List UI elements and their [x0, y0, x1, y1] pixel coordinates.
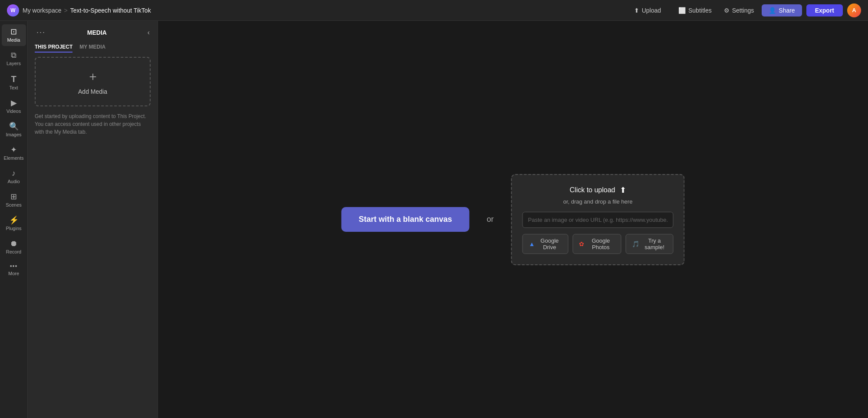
sidebar-item-audio-label: Audio — [7, 179, 20, 184]
sidebar-item-layers[interactable]: ⧉ Layers — [2, 48, 26, 69]
text-icon: T — [11, 75, 16, 83]
topbar: W My workspace > Text-to-Speech without … — [0, 0, 868, 21]
media-panel-title: MEDIA — [47, 29, 147, 36]
media-icon: ⊡ — [10, 28, 17, 36]
sidebar-item-record-label: Record — [6, 249, 21, 254]
more-icon: ••• — [10, 263, 18, 269]
share-button[interactable]: 👤 Share — [762, 4, 802, 16]
workspace-link[interactable]: My workspace — [23, 7, 61, 14]
try-sample-label: Try a sample! — [642, 237, 667, 250]
main-layout: ⊡ Media ⧉ Layers T Text ▶ Videos 🔍 Image… — [0, 21, 868, 418]
sidebar-item-record[interactable]: ⏺ Record — [2, 236, 26, 258]
tab-this-project[interactable]: THIS PROJECT — [35, 42, 72, 53]
upload-arrow-icon: ⬆ — [620, 185, 626, 195]
upload-icon: ⬆ — [634, 7, 639, 14]
media-panel: ··· MEDIA ‹ THIS PROJECT MY MEDIA ＋ Add … — [28, 21, 158, 418]
upload-label: Upload — [642, 7, 661, 14]
sidebar-item-more[interactable]: ••• More — [2, 260, 26, 280]
sidebar-item-text[interactable]: T Text — [2, 71, 26, 94]
layers-icon: ⧉ — [11, 51, 16, 59]
sidebar-item-images-label: Images — [6, 132, 21, 137]
breadcrumb: My workspace > Text-to-Speech without Ti… — [23, 7, 151, 14]
add-media-box[interactable]: ＋ Add Media — [35, 57, 151, 106]
videos-icon: ▶ — [11, 99, 17, 107]
plugins-icon: ⚡ — [9, 216, 19, 224]
google-drive-label: Google Drive — [537, 237, 562, 250]
sidebar-item-scenes-label: Scenes — [6, 202, 22, 207]
panel-more-button[interactable]: ··· — [35, 27, 47, 38]
sidebar-item-plugins[interactable]: ⚡ Plugins — [2, 213, 26, 234]
images-icon: 🔍 — [9, 122, 19, 130]
media-panel-body: ＋ Add Media Get started by uploading con… — [28, 57, 158, 418]
or-text: or — [487, 215, 494, 224]
try-sample-icon: 🎵 — [632, 240, 639, 247]
google-photos-icon: ✿ — [579, 240, 584, 247]
elements-icon: ✦ — [10, 146, 17, 154]
url-input[interactable] — [523, 212, 674, 228]
share-label: Share — [779, 7, 795, 14]
scenes-icon: ⊞ — [10, 193, 17, 201]
sidebar: ⊡ Media ⧉ Layers T Text ▶ Videos 🔍 Image… — [0, 21, 28, 418]
settings-icon: ⚙ — [724, 7, 730, 14]
click-to-upload-label: Click to upload — [570, 186, 615, 194]
canvas-area: Start with a blank canvas or Click to up… — [158, 21, 868, 418]
export-label: Export — [815, 7, 834, 14]
user-avatar[interactable]: A — [847, 3, 861, 17]
sidebar-item-text-label: Text — [9, 85, 18, 90]
record-icon: ⏺ — [10, 240, 18, 247]
settings-label: Settings — [732, 7, 754, 14]
sidebar-item-media-label: Media — [7, 37, 20, 43]
center-overlay: Start with a blank canvas or Click to up… — [341, 174, 684, 265]
sidebar-item-audio[interactable]: ♪ Audio — [2, 166, 26, 188]
google-drive-icon: ▲ — [529, 240, 535, 247]
sidebar-item-more-label: More — [8, 271, 19, 276]
topbar-center: ⬆ Upload ⬜ Subtitles — [631, 5, 715, 16]
topbar-right: ⚙ Settings 👤 Share Export A — [720, 3, 861, 17]
sidebar-item-media[interactable]: ⊡ Media — [2, 24, 26, 46]
source-buttons: ▲ Google Drive ✿ Google Photos 🎵 Try a s… — [523, 234, 674, 254]
export-button[interactable]: Export — [806, 4, 843, 16]
add-media-icon: ＋ — [87, 68, 99, 85]
google-photos-button[interactable]: ✿ Google Photos — [572, 234, 621, 254]
subtitles-button[interactable]: ⬜ Subtitles — [675, 5, 715, 16]
media-hint: Get started by uploading content to This… — [35, 112, 151, 136]
subtitles-label: Subtitles — [688, 7, 712, 14]
workspace-avatar: W — [7, 4, 19, 16]
panel-collapse-button[interactable]: ‹ — [147, 28, 151, 37]
upload-button[interactable]: ⬆ Upload — [631, 5, 664, 16]
media-panel-header: ··· MEDIA ‹ — [28, 21, 158, 42]
share-icon: 👤 — [769, 7, 776, 14]
google-drive-button[interactable]: ▲ Google Drive — [523, 234, 569, 254]
try-sample-button[interactable]: 🎵 Try a sample! — [625, 234, 673, 254]
sidebar-item-elements[interactable]: ✦ Elements — [2, 142, 26, 164]
sidebar-item-videos[interactable]: ▶ Videos — [2, 95, 26, 117]
blank-canvas-button[interactable]: Start with a blank canvas — [341, 207, 469, 232]
settings-button[interactable]: ⚙ Settings — [720, 5, 758, 16]
sidebar-item-layers-label: Layers — [7, 61, 21, 66]
sidebar-item-scenes[interactable]: ⊞ Scenes — [2, 189, 26, 211]
sidebar-item-elements-label: Elements — [4, 155, 24, 161]
google-photos-label: Google Photos — [587, 237, 615, 250]
drag-drop-text: or, drag and drop a file here — [523, 198, 674, 205]
add-media-label: Add Media — [78, 88, 107, 95]
subtitles-icon: ⬜ — [678, 7, 686, 14]
tab-my-media[interactable]: MY MEDIA — [79, 42, 105, 53]
media-tabs: THIS PROJECT MY MEDIA — [28, 42, 158, 57]
project-title: Text-to-Speech without TikTok — [70, 7, 151, 14]
sidebar-item-images[interactable]: 🔍 Images — [2, 119, 26, 141]
topbar-left: W My workspace > Text-to-Speech without … — [7, 4, 625, 16]
click-to-upload[interactable]: Click to upload ⬆ — [523, 185, 674, 195]
breadcrumb-separator: > — [64, 7, 67, 14]
audio-icon: ♪ — [12, 169, 16, 177]
sidebar-item-videos-label: Videos — [7, 109, 21, 114]
upload-card: Click to upload ⬆ or, drag and drop a fi… — [511, 174, 685, 265]
sidebar-item-plugins-label: Plugins — [6, 226, 21, 231]
